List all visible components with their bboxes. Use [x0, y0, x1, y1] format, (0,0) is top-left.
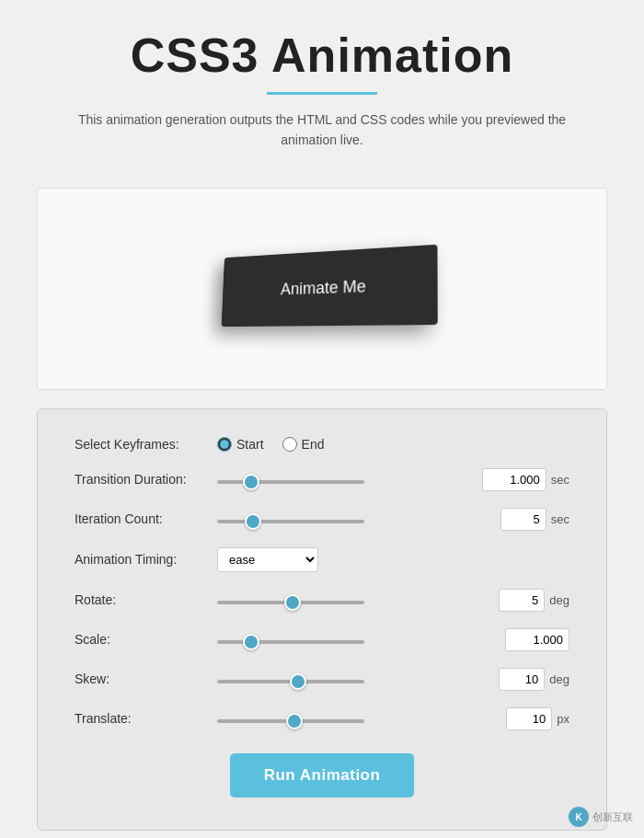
- scale-label: Scale:: [75, 632, 217, 647]
- rotate-slider[interactable]: [217, 601, 364, 604]
- animate-box: Animate Me: [222, 245, 438, 327]
- keyframes-label: Select Keyframes:: [75, 437, 217, 452]
- translate-unit: px: [557, 712, 569, 726]
- iteration-count-row: Iteration Count: 5 sec: [75, 508, 569, 531]
- watermark-badge: K: [569, 807, 589, 827]
- scale-field[interactable]: 1.000: [505, 628, 569, 651]
- rotate-label: Rotate:: [75, 592, 217, 607]
- iteration-count-slider[interactable]: [217, 520, 364, 523]
- skew-slider-container: [217, 671, 489, 687]
- skew-input-area: 10 deg: [217, 668, 569, 691]
- rotate-field[interactable]: 5: [499, 589, 545, 612]
- radio-start-input[interactable]: [217, 437, 232, 452]
- keyframes-row: Select Keyframes: Start End: [75, 437, 569, 452]
- header-description: This animation generation outputs the HT…: [55, 109, 589, 151]
- skew-field[interactable]: 10: [499, 668, 545, 691]
- scale-slider[interactable]: [217, 640, 364, 644]
- iteration-count-label: Iteration Count:: [75, 511, 217, 526]
- translate-input-area: 10 px: [217, 707, 569, 730]
- translate-field[interactable]: 10: [506, 707, 552, 730]
- animation-timing-label: Animation Timing:: [75, 552, 217, 567]
- translate-slider-container: [217, 710, 497, 727]
- animation-timing-select[interactable]: ease linear ease-in ease-out ease-in-out: [217, 547, 318, 572]
- skew-unit: deg: [549, 672, 569, 686]
- transition-duration-field[interactable]: 1.000: [482, 468, 546, 491]
- rotate-unit: deg: [549, 593, 569, 607]
- scale-row: Scale: 1.000: [75, 628, 569, 651]
- radio-end-label: End: [302, 437, 325, 452]
- header: CSS3 Animation This animation generation…: [0, 0, 644, 169]
- preview-container: Animate Me: [37, 188, 607, 390]
- rotate-slider-container: [217, 591, 489, 608]
- controls-panel: Select Keyframes: Start End Transition D…: [37, 408, 607, 831]
- radio-start[interactable]: Start: [217, 437, 264, 452]
- iteration-count-unit: sec: [551, 512, 569, 526]
- scale-input-area: 1.000: [217, 628, 569, 651]
- animation-timing-row: Animation Timing: ease linear ease-in ea…: [75, 547, 569, 572]
- skew-label: Skew:: [75, 672, 217, 686]
- transition-duration-slider[interactable]: [217, 480, 364, 484]
- rotate-row: Rotate: 5 deg: [75, 589, 569, 612]
- page-title: CSS3 Animation: [18, 28, 626, 83]
- transition-duration-unit: sec: [551, 473, 569, 487]
- skew-slider[interactable]: [217, 680, 364, 683]
- page-wrapper: CSS3 Animation This animation generation…: [0, 0, 644, 838]
- transition-duration-input-area: 1.000 sec: [217, 468, 569, 491]
- translate-label: Translate:: [75, 711, 217, 726]
- transition-duration-slider-container: [217, 471, 473, 488]
- translate-slider[interactable]: [217, 719, 364, 723]
- run-animation-button[interactable]: Run Animation: [230, 753, 414, 798]
- watermark: K 创新互联: [569, 807, 633, 827]
- animate-box-label: Animate Me: [281, 277, 366, 298]
- radio-end-input[interactable]: [282, 437, 297, 452]
- iteration-count-slider-container: [217, 511, 491, 527]
- scale-slider-container: [217, 631, 496, 648]
- keyframes-radio-group: Start End: [217, 437, 569, 452]
- iteration-count-field[interactable]: 5: [500, 508, 546, 531]
- watermark-badge-text: K: [575, 812, 581, 822]
- watermark-text: 创新互联: [592, 810, 633, 824]
- transition-duration-row: Transition Duration: 1.000 sec: [75, 468, 569, 491]
- header-divider: [267, 92, 377, 95]
- radio-end[interactable]: End: [282, 437, 325, 452]
- transition-duration-label: Transition Duration:: [75, 472, 217, 487]
- rotate-input-area: 5 deg: [217, 589, 569, 612]
- animation-timing-input-area: ease linear ease-in ease-out ease-in-out: [217, 547, 569, 572]
- iteration-count-input-area: 5 sec: [217, 508, 569, 531]
- translate-row: Translate: 10 px: [75, 707, 569, 730]
- skew-row: Skew: 10 deg: [75, 668, 569, 691]
- radio-start-label: Start: [236, 437, 264, 452]
